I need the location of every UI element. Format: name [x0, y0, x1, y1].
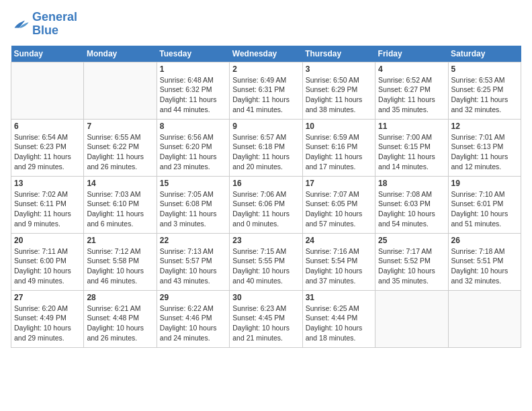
day-header: Tuesday — [157, 46, 229, 62]
day-header: Thursday — [302, 46, 375, 62]
day-number: 8 — [160, 122, 226, 131]
calendar-cell: 13 Sunrise: 7:02 AM Sunset: 6:11 PM Dayl… — [11, 176, 84, 233]
day-number: 28 — [87, 293, 153, 302]
cell-content: Sunrise: 7:13 AM Sunset: 5:57 PM Dayligh… — [160, 246, 226, 286]
day-number: 1 — [160, 64, 226, 74]
day-number: 21 — [87, 236, 153, 245]
calendar-cell: 24 Sunrise: 7:16 AM Sunset: 5:54 PM Dayl… — [302, 233, 375, 290]
day-header: Friday — [375, 46, 448, 62]
page-header: General Blue — [11, 11, 521, 38]
calendar-cell: 4 Sunrise: 6:52 AM Sunset: 6:27 PM Dayli… — [375, 62, 448, 119]
day-number: 20 — [14, 236, 81, 245]
calendar-cell: 1 Sunrise: 6:48 AM Sunset: 6:32 PM Dayli… — [157, 62, 229, 119]
logo: General Blue — [11, 11, 77, 38]
day-number: 30 — [232, 293, 299, 302]
cell-content: Sunrise: 6:22 AM Sunset: 4:46 PM Dayligh… — [160, 304, 226, 343]
calendar-cell: 28 Sunrise: 6:21 AM Sunset: 4:48 PM Dayl… — [84, 290, 157, 347]
cell-content: Sunrise: 6:52 AM Sunset: 6:27 PM Dayligh… — [378, 75, 445, 115]
calendar-cell: 12 Sunrise: 7:01 AM Sunset: 6:13 PM Dayl… — [448, 119, 521, 176]
calendar-cell: 27 Sunrise: 6:20 AM Sunset: 4:49 PM Dayl… — [11, 290, 84, 347]
day-number: 26 — [451, 236, 518, 245]
logo-text: General Blue — [32, 11, 77, 38]
cell-content: Sunrise: 7:05 AM Sunset: 6:08 PM Dayligh… — [160, 189, 226, 229]
day-number: 4 — [378, 64, 445, 74]
logo-icon — [11, 15, 30, 34]
cell-content: Sunrise: 6:56 AM Sunset: 6:20 PM Dayligh… — [160, 132, 226, 172]
cell-content: Sunrise: 7:16 AM Sunset: 5:54 PM Dayligh… — [306, 246, 372, 286]
cell-content: Sunrise: 6:23 AM Sunset: 4:45 PM Dayligh… — [232, 304, 299, 343]
day-number: 24 — [306, 236, 372, 245]
cell-content: Sunrise: 6:50 AM Sunset: 6:29 PM Dayligh… — [306, 75, 372, 115]
cell-content: Sunrise: 7:07 AM Sunset: 6:05 PM Dayligh… — [306, 189, 372, 229]
calendar-cell: 26 Sunrise: 7:18 AM Sunset: 5:51 PM Dayl… — [448, 233, 521, 290]
calendar-cell: 18 Sunrise: 7:08 AM Sunset: 6:03 PM Dayl… — [375, 176, 448, 233]
day-number: 13 — [14, 179, 81, 188]
cell-content: Sunrise: 6:20 AM Sunset: 4:49 PM Dayligh… — [14, 304, 81, 343]
calendar-cell: 15 Sunrise: 7:05 AM Sunset: 6:08 PM Dayl… — [157, 176, 229, 233]
cell-content: Sunrise: 7:03 AM Sunset: 6:10 PM Dayligh… — [87, 189, 153, 229]
calendar-cell: 9 Sunrise: 6:57 AM Sunset: 6:18 PM Dayli… — [230, 119, 302, 176]
calendar-cell: 8 Sunrise: 6:56 AM Sunset: 6:20 PM Dayli… — [157, 119, 229, 176]
day-number: 5 — [451, 64, 518, 74]
cell-content: Sunrise: 6:59 AM Sunset: 6:16 PM Dayligh… — [306, 132, 372, 172]
calendar-cell — [375, 290, 448, 347]
calendar-cell: 10 Sunrise: 6:59 AM Sunset: 6:16 PM Dayl… — [302, 119, 375, 176]
day-number: 3 — [306, 64, 372, 74]
day-number: 19 — [451, 179, 518, 188]
day-number: 11 — [378, 122, 445, 131]
cell-content: Sunrise: 6:48 AM Sunset: 6:32 PM Dayligh… — [160, 75, 226, 115]
calendar-cell: 6 Sunrise: 6:54 AM Sunset: 6:23 PM Dayli… — [11, 119, 84, 176]
calendar-cell: 3 Sunrise: 6:50 AM Sunset: 6:29 PM Dayli… — [302, 62, 375, 119]
day-number: 29 — [160, 293, 226, 302]
cell-content: Sunrise: 7:01 AM Sunset: 6:13 PM Dayligh… — [451, 132, 518, 172]
day-number: 22 — [160, 236, 226, 245]
cell-content: Sunrise: 7:18 AM Sunset: 5:51 PM Dayligh… — [451, 246, 518, 286]
cell-content: Sunrise: 6:53 AM Sunset: 6:25 PM Dayligh… — [451, 75, 518, 115]
cell-content: Sunrise: 7:17 AM Sunset: 5:52 PM Dayligh… — [378, 246, 445, 286]
day-number: 18 — [378, 179, 445, 188]
day-header: Sunday — [11, 46, 84, 62]
calendar-cell — [84, 62, 157, 119]
cell-content: Sunrise: 6:21 AM Sunset: 4:48 PM Dayligh… — [87, 304, 153, 343]
cell-content: Sunrise: 6:55 AM Sunset: 6:22 PM Dayligh… — [87, 132, 153, 172]
cell-content: Sunrise: 7:08 AM Sunset: 6:03 PM Dayligh… — [378, 189, 445, 229]
cell-content: Sunrise: 7:06 AM Sunset: 6:06 PM Dayligh… — [232, 189, 299, 229]
calendar-cell: 5 Sunrise: 6:53 AM Sunset: 6:25 PM Dayli… — [448, 62, 521, 119]
calendar-cell: 20 Sunrise: 7:11 AM Sunset: 6:00 PM Dayl… — [11, 233, 84, 290]
cell-content: Sunrise: 7:15 AM Sunset: 5:55 PM Dayligh… — [232, 246, 299, 286]
day-number: 16 — [232, 179, 299, 188]
day-number: 17 — [306, 179, 372, 188]
calendar-cell: 21 Sunrise: 7:12 AM Sunset: 5:58 PM Dayl… — [84, 233, 157, 290]
cell-content: Sunrise: 7:12 AM Sunset: 5:58 PM Dayligh… — [87, 246, 153, 286]
calendar-cell: 16 Sunrise: 7:06 AM Sunset: 6:06 PM Dayl… — [230, 176, 302, 233]
calendar-table: SundayMondayTuesdayWednesdayThursdayFrid… — [11, 46, 521, 348]
calendar-cell: 19 Sunrise: 7:10 AM Sunset: 6:01 PM Dayl… — [448, 176, 521, 233]
day-number: 7 — [87, 122, 153, 131]
day-number: 2 — [232, 64, 299, 74]
day-number: 10 — [306, 122, 372, 131]
day-number: 14 — [87, 179, 153, 188]
day-header: Monday — [84, 46, 157, 62]
day-header: Saturday — [448, 46, 521, 62]
cell-content: Sunrise: 7:00 AM Sunset: 6:15 PM Dayligh… — [378, 132, 445, 172]
calendar-cell: 25 Sunrise: 7:17 AM Sunset: 5:52 PM Dayl… — [375, 233, 448, 290]
day-header: Wednesday — [230, 46, 302, 62]
day-number: 23 — [232, 236, 299, 245]
cell-content: Sunrise: 7:10 AM Sunset: 6:01 PM Dayligh… — [451, 189, 518, 229]
day-number: 31 — [306, 293, 372, 302]
cell-content: Sunrise: 6:57 AM Sunset: 6:18 PM Dayligh… — [232, 132, 299, 172]
calendar-cell: 11 Sunrise: 7:00 AM Sunset: 6:15 PM Dayl… — [375, 119, 448, 176]
day-number: 9 — [232, 122, 299, 131]
calendar-cell: 7 Sunrise: 6:55 AM Sunset: 6:22 PM Dayli… — [84, 119, 157, 176]
calendar-cell — [448, 290, 521, 347]
calendar-cell: 30 Sunrise: 6:23 AM Sunset: 4:45 PM Dayl… — [230, 290, 302, 347]
cell-content: Sunrise: 6:49 AM Sunset: 6:31 PM Dayligh… — [232, 75, 299, 115]
cell-content: Sunrise: 6:54 AM Sunset: 6:23 PM Dayligh… — [14, 132, 81, 172]
calendar-cell: 29 Sunrise: 6:22 AM Sunset: 4:46 PM Dayl… — [157, 290, 229, 347]
calendar-cell: 2 Sunrise: 6:49 AM Sunset: 6:31 PM Dayli… — [230, 62, 302, 119]
calendar-cell: 23 Sunrise: 7:15 AM Sunset: 5:55 PM Dayl… — [230, 233, 302, 290]
calendar-cell — [11, 62, 84, 119]
day-number: 15 — [160, 179, 226, 188]
cell-content: Sunrise: 7:02 AM Sunset: 6:11 PM Dayligh… — [14, 189, 81, 229]
day-number: 12 — [451, 122, 518, 131]
